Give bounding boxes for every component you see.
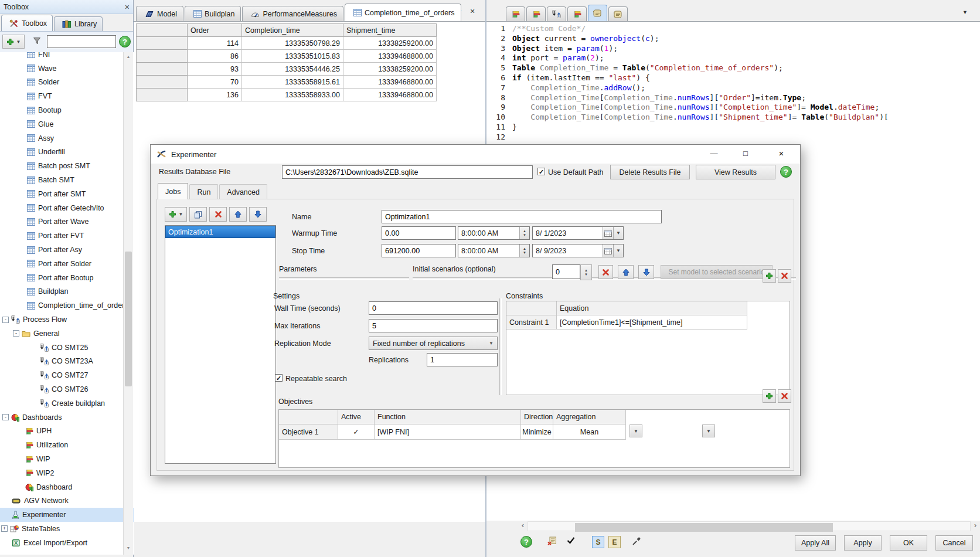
tab-library[interactable]: Library (54, 16, 103, 31)
table-cell[interactable]: 13338259200.00 (343, 63, 437, 76)
row-header-cell[interactable] (137, 89, 188, 101)
max-iterations-input[interactable] (369, 319, 498, 332)
minimize-button[interactable]: — (705, 145, 723, 162)
toolbox-tree-item[interactable]: Port after Solder (0, 257, 134, 271)
remove-constraint-button[interactable] (778, 269, 791, 283)
calendar-icon[interactable] (603, 227, 613, 239)
toolbox-tree-item[interactable]: -Dashboards (0, 410, 134, 424)
warmup-value-input[interactable] (382, 226, 456, 240)
objectives-table[interactable]: Active Function Direction Aggregation Ob… (278, 409, 790, 468)
job-list[interactable]: Optimization1 (165, 225, 276, 464)
toolbox-help-icon[interactable]: ? (119, 36, 131, 47)
code-template-icon[interactable] (547, 536, 557, 545)
wall-time-input[interactable] (369, 301, 498, 315)
scroll-left-icon[interactable]: ‹ (518, 521, 528, 531)
toolbox-tree-item[interactable]: WIP (0, 452, 134, 466)
code-help-icon[interactable]: ? (520, 536, 532, 548)
toolbox-tree-item[interactable]: +StateTables (0, 522, 134, 536)
warmup-date-field[interactable]: 8/ 1/2023 ▼ (532, 226, 624, 240)
tree-expander-icon[interactable]: - (2, 317, 9, 323)
toolbox-tree-item[interactable]: CO SMT23A (0, 355, 134, 369)
column-header[interactable] (137, 24, 188, 37)
table-row[interactable]: 7013335358915.6113339468800.00 (137, 76, 437, 89)
toolbox-tree-item[interactable]: Dashboard (0, 480, 134, 494)
table-cell[interactable]: 70 (188, 76, 242, 89)
apply-button[interactable]: Apply (844, 535, 882, 551)
filter-icon[interactable] (33, 37, 41, 45)
toolbox-tree-item[interactable]: Utilization (0, 438, 134, 452)
tab-completion-time-of-orders[interactable]: Completion_time_of_orders (345, 4, 461, 21)
script-s-button[interactable]: S (592, 536, 604, 548)
toolbox-tree-item[interactable]: WIP2 (0, 466, 134, 480)
direction-cell[interactable]: Minimize (521, 424, 553, 440)
sampler-icon[interactable] (632, 536, 641, 546)
tab-close-icon[interactable]: × (470, 6, 475, 16)
tab-toolbox[interactable]: Toolbox (1, 15, 53, 31)
toolbox-tree-item[interactable]: -General (0, 327, 134, 341)
results-db-path-input[interactable] (282, 165, 533, 179)
maximize-button[interactable]: □ (737, 145, 754, 162)
toolbox-tree-item[interactable]: Buildplan (0, 285, 134, 299)
table-row[interactable]: 11413335350798.2913338259200.00 (137, 37, 437, 50)
delete-job-button[interactable] (209, 207, 227, 222)
toolbox-tree-item[interactable]: UPH (0, 424, 134, 439)
job-list-item[interactable]: Optimization1 (165, 226, 275, 238)
orders-table[interactable]: OrderCompletion_timeShipment_time1141333… (136, 23, 437, 101)
scroll-right-icon[interactable]: › (971, 521, 980, 531)
ok-button[interactable]: OK (890, 535, 927, 551)
tree-expander-icon[interactable]: - (13, 330, 19, 337)
close-button[interactable]: × (773, 145, 790, 162)
toolbox-tree-item[interactable]: Underfill (0, 145, 134, 159)
remove-scenario-button[interactable] (598, 265, 613, 279)
move-up-button[interactable] (229, 207, 247, 222)
table-cell[interactable]: 136 (188, 89, 242, 101)
table-cell[interactable]: 13335354446.25 (242, 63, 343, 76)
toolbox-tree-item[interactable]: Port after Asy (0, 243, 134, 257)
tree-expander-icon[interactable]: - (2, 414, 9, 420)
column-header[interactable]: Shipment_time (343, 24, 437, 37)
scroll-down-icon[interactable]: ▼ (124, 544, 133, 553)
function-cell[interactable]: [WIP FNI] (375, 424, 521, 440)
toolbox-tree-item[interactable]: Wave (0, 62, 134, 76)
cancel-button[interactable]: Cancel (935, 535, 973, 551)
row-header-cell[interactable] (137, 63, 188, 76)
column-header[interactable]: Completion_time (242, 24, 343, 37)
tab-buildplan[interactable]: Buildplan (185, 6, 241, 21)
code-tab[interactable] (526, 6, 546, 21)
toolbox-tree-item[interactable]: Batch SMT (0, 173, 134, 187)
tab-performancemeasures[interactable]: PerformanceMeasures (242, 6, 343, 21)
toolbox-tree-item[interactable]: Port after Wave (0, 215, 134, 229)
toolbox-tree-item[interactable]: Solder (0, 76, 134, 90)
calendar-icon[interactable] (603, 244, 613, 257)
toolbox-tree-item[interactable]: Port after FVT (0, 229, 134, 243)
tree-expander-icon[interactable]: + (1, 525, 8, 532)
dialog-help-icon[interactable]: ? (780, 166, 792, 178)
table-cell[interactable]: 93 (188, 63, 242, 76)
panel-dropdown-icon[interactable]: ▼ (962, 9, 968, 15)
scenario-up-button[interactable] (618, 265, 634, 279)
constraints-table[interactable]: Equation Constraint 1 [CompletionTime1]<… (506, 301, 790, 395)
tab-run[interactable]: Run (189, 184, 218, 199)
row-header-cell[interactable] (137, 76, 188, 89)
toolbox-tree-item[interactable]: CO SMT27 (0, 368, 134, 382)
scenario-down-button[interactable] (638, 265, 654, 279)
scrollbar-thumb[interactable] (125, 252, 132, 386)
toolbox-tree-item[interactable]: Port after Bootup (0, 271, 134, 285)
table-cell[interactable]: 13335358915.61 (242, 76, 343, 89)
scenario-spinner[interactable]: ▲▼ (580, 264, 592, 280)
code-tab[interactable] (608, 6, 628, 21)
code-hscrollbar[interactable]: ‹ › (486, 521, 980, 532)
table-cell[interactable]: 13335351015.83 (242, 50, 343, 63)
time-spinner[interactable]: ▲▼ (519, 227, 529, 239)
delete-results-button[interactable]: Delete Results File (610, 165, 690, 179)
code-tab[interactable] (588, 5, 607, 21)
toolbox-tree-item[interactable]: Glue (0, 117, 134, 131)
aggregation-dropdown-button[interactable]: ▼ (702, 424, 715, 437)
toolbox-tree-item[interactable]: FVT (0, 89, 134, 103)
table-row[interactable]: 13613335358933.0013339468800.00 (137, 89, 437, 101)
add-tool-button[interactable]: ▼ (2, 35, 25, 49)
table-cell[interactable]: 13338259200.00 (343, 37, 437, 50)
code-tab[interactable] (547, 6, 566, 21)
toolbox-tree-item[interactable]: Port after Getech/Ito (0, 201, 134, 215)
constraint-row[interactable]: Constraint 1 [CompletionTime1]<=[Shipmen… (506, 315, 790, 330)
